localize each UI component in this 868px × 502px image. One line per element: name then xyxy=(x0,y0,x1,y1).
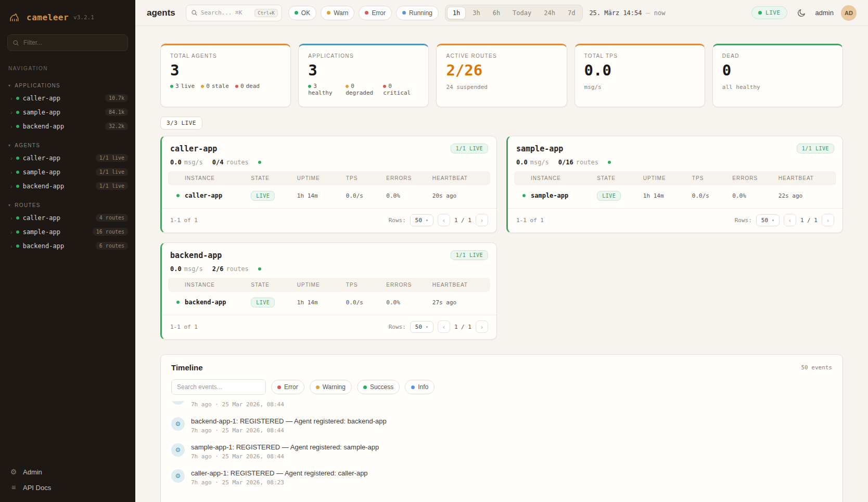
range-button-24h[interactable]: 24h xyxy=(538,7,561,19)
cell-tps: 0.0/s xyxy=(692,192,732,199)
filter-chip-error[interactable]: Error xyxy=(359,6,392,20)
sidebar-item-routes-caller[interactable]: › caller-app 4 routes xyxy=(0,211,135,225)
table-row[interactable]: caller-app LIVE 1h 14m 0.0/s 0.0% 20s ag… xyxy=(168,185,490,206)
next-page-button[interactable]: › xyxy=(476,320,488,333)
timeline-chip-info[interactable]: Info xyxy=(405,380,435,394)
col-heartbeat: HEARTBEAT xyxy=(778,175,833,181)
sidebar-item-agent-caller[interactable]: › caller-app 1/1 live xyxy=(0,151,135,165)
live-count-badge: 1/1 LIVE xyxy=(797,144,834,153)
status-dot xyxy=(16,216,19,220)
timeline-event[interactable]: ⚙ backend-app-1: REGISTERED — Agent regi… xyxy=(171,413,832,439)
sidebar-item-app-caller[interactable]: › caller-app 10.7k xyxy=(0,91,135,105)
timeline-event[interactable]: ⚙ caller-app-1: REGISTERED — Agent regis… xyxy=(171,465,832,491)
event-title: sample-app-1: REGISTERED — Agent registe… xyxy=(191,443,379,451)
timeline-chip-success[interactable]: Success xyxy=(357,380,400,394)
tps-value: 0.0 xyxy=(170,265,182,273)
state-badge: LIVE xyxy=(251,191,275,201)
table-row[interactable]: backend-app LIVE 1h 14m 0.0/s 0.0% 27s a… xyxy=(168,292,490,313)
rows-per-page-select[interactable]: 50▾ xyxy=(410,214,433,226)
stat-value: 2/26 xyxy=(446,61,557,79)
legend-word: degraded xyxy=(346,89,373,96)
sidebar-item-app-backend[interactable]: › backend-app 32.2k xyxy=(0,119,135,133)
gear-icon: ⚙ xyxy=(9,468,18,476)
timeline-chip-error[interactable]: Error xyxy=(271,380,304,394)
stat-label: TOTAL TPS xyxy=(584,53,695,59)
filter-chip-ok[interactable]: OK xyxy=(288,6,316,20)
rows-per-page-select[interactable]: 50▾ xyxy=(410,321,433,333)
item-label: backend-app xyxy=(23,123,64,130)
item-label: caller-app xyxy=(23,155,60,162)
sidebar-item-app-sample[interactable]: › sample-app 84.1k xyxy=(0,105,135,119)
prev-page-button[interactable]: ‹ xyxy=(438,320,450,333)
sidebar-item-routes-backend[interactable]: › backend-app 6 routes xyxy=(0,239,135,253)
stat-value: 3 xyxy=(170,61,281,79)
global-search[interactable]: Ctrl+K xyxy=(186,5,282,21)
chevron-right-icon: › xyxy=(10,229,12,235)
legend-word: critical xyxy=(383,89,411,96)
timeline-event[interactable]: ⚙ caller-app-1: REGISTERED — Agent regis… xyxy=(171,401,832,413)
timeline-event-list[interactable]: ⚙ caller-app-1: REGISTERED — Agent regis… xyxy=(171,401,832,491)
section-header-routes[interactable]: ▾ ROUTES xyxy=(0,198,135,211)
topbar-right: LIVE admin AD xyxy=(751,5,857,21)
events-count: 50 events xyxy=(801,364,832,371)
avatar[interactable]: AD xyxy=(841,5,857,21)
legend-num: 3 xyxy=(313,83,317,89)
app-card-caller-app: caller-app 1/1 LIVE 0.0msg/s 0/4routes I… xyxy=(160,136,497,233)
sidebar-item-routes-sample[interactable]: › sample-app 16 routes xyxy=(0,225,135,239)
item-badge: 6 routes xyxy=(96,242,128,250)
section-header-applications[interactable]: ▾ APPLICATIONS xyxy=(0,79,135,91)
section-label: APPLICATIONS xyxy=(15,83,60,88)
event-time: 7h ago · 25 Mar 2026, 08:44 xyxy=(191,401,368,408)
range-button-1h[interactable]: 1h xyxy=(447,7,466,19)
stat-card-total-agents: TOTAL AGENTS 3 3live 0stale 0dead xyxy=(160,44,291,107)
col-state: STATE xyxy=(597,175,643,181)
sidebar-item-admin[interactable]: ⚙ Admin xyxy=(9,468,126,476)
sidebar-filter-input[interactable] xyxy=(7,34,128,51)
col-errors: ERRORS xyxy=(386,282,432,288)
range-button-today[interactable]: Today xyxy=(507,7,537,19)
timeline-search-input[interactable] xyxy=(171,379,266,395)
prev-page-button[interactable]: ‹ xyxy=(438,214,450,226)
live-count-badge: 1/1 LIVE xyxy=(451,144,488,153)
range-button-3h[interactable]: 3h xyxy=(467,7,486,19)
cell-uptime: 1h 14m xyxy=(297,299,346,306)
range-button-6h[interactable]: 6h xyxy=(487,7,506,19)
prev-page-button[interactable]: ‹ xyxy=(784,214,796,226)
app-card-backend-app: backend-app 1/1 LIVE 0.0msg/s 2/6routes … xyxy=(160,242,497,340)
item-label: sample-app xyxy=(23,109,60,116)
sidebar-item-agent-backend[interactable]: › backend-app 1/1 live xyxy=(0,179,135,193)
section-header-agents[interactable]: ▾ AGENTS xyxy=(0,138,135,151)
timeline-chip-warning[interactable]: Warning xyxy=(310,380,352,394)
search-input[interactable] xyxy=(201,9,251,16)
tps-unit: msg/s xyxy=(184,265,203,273)
table-row[interactable]: sample-app LIVE 1h 14m 0.0/s 0.0% 22s ag… xyxy=(514,185,836,206)
instance-table: INSTANCE STATE UPTIME TPS ERRORS HEARTBE… xyxy=(168,171,490,206)
rows-label: Rows: xyxy=(735,217,752,224)
col-instance: INSTANCE xyxy=(531,175,597,181)
chevron-right-icon: › xyxy=(10,123,12,130)
caret-down-icon: ▾ xyxy=(426,325,428,329)
status-dot xyxy=(170,85,173,88)
status-dot xyxy=(402,11,406,15)
sidebar-item-agent-sample[interactable]: › sample-app 1/1 live xyxy=(0,165,135,179)
event-time: 7h ago · 25 Mar 2026, 08:23 xyxy=(191,479,368,486)
dark-mode-toggle[interactable] xyxy=(795,6,808,20)
status-dot xyxy=(16,171,19,174)
range-button-7d[interactable]: 7d xyxy=(562,7,581,19)
live-summary-badge: 3/3 LIVE xyxy=(160,117,202,130)
filter-chip-running[interactable]: Running xyxy=(396,6,439,20)
routes-value: 2/6 xyxy=(212,265,224,273)
sidebar-item-api-docs[interactable]: ≡ API Docs xyxy=(9,483,126,492)
timeline-event[interactable]: ⚙ sample-app-1: REGISTERED — Agent regis… xyxy=(171,439,832,465)
rows-per-page-select[interactable]: 50▾ xyxy=(756,214,780,226)
item-badge: 1/1 live xyxy=(96,168,128,176)
logo[interactable]: cameleer v3.2.1 xyxy=(0,0,135,31)
filter-chip-warn[interactable]: Warn xyxy=(321,6,354,20)
next-page-button[interactable]: › xyxy=(476,214,488,226)
live-count-badge: 1/1 LIVE xyxy=(451,250,488,260)
col-state: STATE xyxy=(251,282,297,288)
status-dot xyxy=(758,11,762,15)
next-page-button[interactable]: › xyxy=(822,214,834,226)
rows-label: Rows: xyxy=(389,217,406,224)
cell-heartbeat: 22s ago xyxy=(778,192,833,199)
